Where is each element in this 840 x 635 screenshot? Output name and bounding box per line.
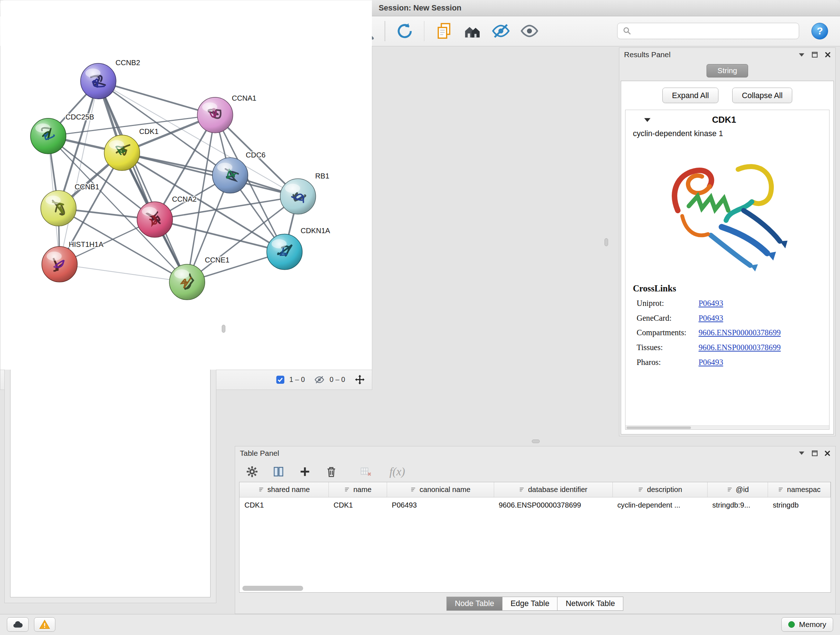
delete-table-button[interactable] bbox=[359, 465, 373, 478]
crosslink-label: GeneCard: bbox=[633, 314, 698, 323]
move-crosshair-icon bbox=[354, 374, 365, 385]
table-cell[interactable]: cyclin-dependent ... bbox=[613, 497, 707, 513]
memory-button[interactable]: Memory bbox=[782, 617, 833, 632]
float-panel-button[interactable] bbox=[798, 451, 805, 455]
column-header[interactable]: database identifier bbox=[494, 482, 613, 497]
show-graphics-details-button[interactable] bbox=[518, 19, 541, 43]
crosslink-link[interactable]: P06493 bbox=[699, 314, 723, 323]
panel-divider-handle[interactable] bbox=[605, 238, 608, 246]
refresh-icon bbox=[395, 21, 415, 41]
maximize-panel-button[interactable] bbox=[812, 450, 818, 456]
column-header[interactable]: description bbox=[613, 482, 707, 497]
help-button[interactable]: ? bbox=[812, 23, 828, 40]
network-node-label: HIST1H1A bbox=[69, 241, 104, 249]
network-edge[interactable] bbox=[60, 264, 187, 282]
table-cell[interactable]: stringdb:9... bbox=[707, 497, 768, 513]
crosslink-link[interactable]: P06493 bbox=[699, 299, 723, 308]
gene-symbol: CDK1 bbox=[651, 115, 797, 125]
network-node-label: RB1 bbox=[315, 172, 329, 180]
table-cell[interactable]: P06493 bbox=[387, 497, 494, 513]
selected-checkbox-icon[interactable] bbox=[276, 375, 285, 384]
columns-icon bbox=[272, 465, 285, 478]
table-tab-node-table[interactable]: Node Table bbox=[447, 597, 502, 611]
disclosure-triangle-icon bbox=[644, 117, 651, 123]
network-node-label: CCNB1 bbox=[74, 183, 99, 191]
float-panel-button[interactable] bbox=[798, 52, 805, 57]
table-panel: Table Panel f(x) shared namenamecanonica… bbox=[235, 446, 836, 614]
delete-column-button[interactable] bbox=[325, 465, 338, 478]
chevron-down-icon bbox=[798, 52, 805, 57]
panel-divider-handle[interactable] bbox=[532, 440, 540, 443]
collapse-all-button[interactable]: Collapse All bbox=[732, 88, 792, 103]
column-header[interactable]: @id bbox=[707, 482, 768, 497]
table-cell[interactable]: 9606.ENSP00000378699 bbox=[494, 497, 613, 513]
table-tab-edge-table[interactable]: Edge Table bbox=[502, 597, 558, 611]
results-scrollbar[interactable] bbox=[625, 425, 829, 429]
network-node-label: CCNA2 bbox=[172, 195, 197, 203]
gene-header[interactable]: CDK1 bbox=[625, 110, 829, 128]
network-node-ccnb1[interactable]: CCNB1 bbox=[41, 183, 99, 226]
column-sort-icon bbox=[519, 486, 524, 494]
table-horizontal-scrollbar[interactable] bbox=[242, 586, 303, 591]
pan-tool-button[interactable] bbox=[354, 374, 365, 385]
column-header[interactable]: shared name bbox=[240, 482, 328, 497]
tab-string[interactable]: String bbox=[706, 64, 748, 78]
show-columns-button[interactable] bbox=[272, 465, 285, 478]
column-sort-icon bbox=[778, 486, 783, 494]
delete-table-icon bbox=[359, 465, 373, 478]
panel-divider-handle[interactable] bbox=[222, 325, 225, 333]
network-view-panel: CCNB2CCNA1CDC25BCDK1CDC6RB1CCNB1CCNA2CDK… bbox=[0, 0, 372, 390]
search-box[interactable] bbox=[617, 23, 799, 39]
table-tab-network-table[interactable]: Network Table bbox=[557, 597, 623, 611]
column-header[interactable]: canonical name bbox=[387, 482, 494, 497]
column-header[interactable]: namespac bbox=[768, 482, 831, 497]
crosslink-link[interactable]: P06493 bbox=[699, 358, 723, 367]
expand-all-button[interactable]: Expand All bbox=[662, 88, 718, 103]
network-node-hist1h1a[interactable]: HIST1H1A bbox=[42, 241, 104, 282]
table-panel-title: Table Panel bbox=[240, 449, 279, 458]
network-node-ccna1[interactable]: CCNA1 bbox=[197, 94, 256, 133]
search-input[interactable] bbox=[635, 27, 794, 35]
maximize-panel-button[interactable] bbox=[812, 52, 818, 57]
table-row[interactable]: CDK1CDK1P064939606.ENSP00000378699cyclin… bbox=[240, 497, 830, 513]
table-cell[interactable]: CDK1 bbox=[240, 497, 328, 513]
network-node-rb1[interactable]: RB1 bbox=[280, 172, 330, 214]
table-cell[interactable]: CDK1 bbox=[329, 497, 387, 513]
network-edge[interactable] bbox=[98, 81, 187, 282]
column-header[interactable]: name bbox=[329, 482, 387, 497]
network-edge[interactable] bbox=[60, 81, 98, 264]
column-sort-icon bbox=[344, 486, 350, 494]
crosslinks-title: CrossLinks bbox=[633, 283, 821, 294]
close-panel-button[interactable] bbox=[824, 450, 830, 456]
status-bar: Memory bbox=[0, 614, 840, 635]
network-edge[interactable] bbox=[122, 153, 298, 196]
function-builder-button[interactable]: f(x) bbox=[389, 465, 405, 478]
maximize-icon bbox=[812, 52, 818, 57]
warnings-button[interactable] bbox=[34, 617, 56, 632]
apply-layout-button[interactable] bbox=[393, 19, 416, 43]
duplicate-page-button[interactable] bbox=[432, 19, 455, 43]
houses-icon bbox=[463, 21, 482, 41]
crosslink-row: Compartments:9606.ENSP00000378699 bbox=[633, 328, 821, 337]
cloud-button[interactable] bbox=[7, 617, 28, 632]
eye-slash-icon bbox=[491, 21, 511, 41]
plus-icon bbox=[298, 465, 311, 478]
hidden-eye-slash-icon[interactable] bbox=[314, 374, 325, 385]
table-cell[interactable]: stringdb bbox=[768, 497, 831, 513]
table-options-button[interactable] bbox=[246, 465, 259, 478]
network-edge[interactable] bbox=[98, 81, 215, 115]
hide-graphics-details-button[interactable] bbox=[489, 19, 513, 43]
network-node-label: CDKN1A bbox=[301, 226, 330, 234]
network-node-cdkn1a[interactable]: CDKN1A bbox=[267, 226, 330, 270]
close-panel-button[interactable] bbox=[825, 52, 831, 57]
crosslink-link[interactable]: 9606.ENSP00000378699 bbox=[699, 328, 781, 337]
create-column-button[interactable] bbox=[298, 465, 311, 478]
network-canvas[interactable]: CCNB2CCNA1CDC25BCDK1CDC6RB1CCNB1CCNA2CDK… bbox=[0, 0, 372, 370]
crosslinks-list: Uniprot:P06493GeneCard:P06493Compartment… bbox=[633, 299, 821, 367]
network-node-cdk1[interactable]: CDK1 bbox=[104, 127, 158, 171]
welcome-screen-button[interactable] bbox=[461, 19, 484, 43]
crosslink-label: Tissues: bbox=[633, 343, 698, 352]
eye-icon bbox=[519, 21, 539, 41]
crosslink-link[interactable]: 9606.ENSP00000378699 bbox=[699, 343, 781, 352]
network-node-ccnb2[interactable]: CCNB2 bbox=[81, 59, 141, 99]
